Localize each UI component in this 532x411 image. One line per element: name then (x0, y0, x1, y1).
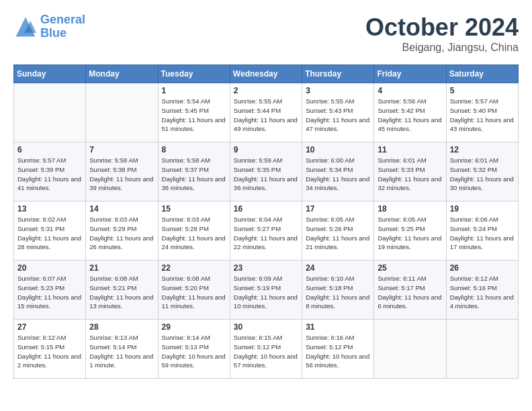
day-info: Sunrise: 6:06 AM Sunset: 5:24 PM Dayligh… (450, 215, 515, 252)
day-info: Sunrise: 6:08 AM Sunset: 5:20 PM Dayligh… (162, 274, 226, 311)
day-info: Sunrise: 5:57 AM Sunset: 5:40 PM Dayligh… (450, 97, 515, 134)
day-info: Sunrise: 6:02 AM Sunset: 5:31 PM Dayligh… (17, 215, 82, 252)
day-number: 29 (162, 322, 226, 332)
day-info: Sunrise: 6:13 AM Sunset: 5:14 PM Dayligh… (89, 333, 154, 370)
day-info: Sunrise: 5:58 AM Sunset: 5:38 PM Dayligh… (89, 156, 154, 193)
day-number: 16 (234, 204, 298, 214)
day-info: Sunrise: 6:15 AM Sunset: 5:12 PM Dayligh… (234, 333, 298, 370)
day-info: Sunrise: 5:59 AM Sunset: 5:35 PM Dayligh… (234, 156, 298, 193)
calendar-day-cell: 21Sunrise: 6:08 AM Sunset: 5:21 PM Dayli… (86, 261, 158, 320)
day-info: Sunrise: 6:00 AM Sunset: 5:34 PM Dayligh… (306, 156, 370, 193)
day-number: 30 (234, 322, 298, 332)
calendar-day-cell: 7Sunrise: 5:58 AM Sunset: 5:38 PM Daylig… (86, 142, 158, 201)
calendar-week-row: 27Sunrise: 6:12 AM Sunset: 5:15 PM Dayli… (14, 320, 519, 379)
calendar-day-cell: 22Sunrise: 6:08 AM Sunset: 5:20 PM Dayli… (158, 261, 230, 320)
title-block: October 2024 Beigang, Jiangsu, China (365, 13, 519, 54)
day-info: Sunrise: 6:12 AM Sunset: 5:15 PM Dayligh… (17, 333, 82, 370)
day-number: 6 (17, 145, 82, 154)
day-number: 14 (89, 204, 154, 214)
calendar-day-cell (374, 320, 446, 379)
calendar-day-cell (446, 320, 518, 379)
day-number: 19 (450, 204, 515, 214)
calendar-day-cell: 11Sunrise: 6:01 AM Sunset: 5:33 PM Dayli… (374, 142, 446, 201)
calendar-week-row: 6Sunrise: 5:57 AM Sunset: 5:39 PM Daylig… (14, 142, 519, 201)
day-info: Sunrise: 6:10 AM Sunset: 5:18 PM Dayligh… (306, 274, 370, 311)
day-number: 8 (162, 145, 226, 154)
calendar-week-row: 13Sunrise: 6:02 AM Sunset: 5:31 PM Dayli… (14, 201, 519, 261)
calendar-day-cell: 19Sunrise: 6:06 AM Sunset: 5:24 PM Dayli… (446, 201, 518, 261)
day-info: Sunrise: 5:56 AM Sunset: 5:42 PM Dayligh… (378, 97, 442, 134)
day-number: 10 (306, 145, 370, 154)
logo-line1: General (40, 13, 85, 26)
calendar-day-cell: 8Sunrise: 5:58 AM Sunset: 5:37 PM Daylig… (158, 142, 230, 201)
calendar-day-cell: 30Sunrise: 6:15 AM Sunset: 5:12 PM Dayli… (230, 320, 302, 379)
day-number: 7 (89, 145, 154, 154)
calendar-week-row: 20Sunrise: 6:07 AM Sunset: 5:23 PM Dayli… (14, 261, 519, 320)
logo-icon (13, 15, 38, 39)
day-info: Sunrise: 6:03 AM Sunset: 5:28 PM Dayligh… (162, 215, 226, 252)
day-info: Sunrise: 5:54 AM Sunset: 5:45 PM Dayligh… (162, 97, 226, 134)
weekday-header-row: SundayMondayTuesdayWednesdayThursdayFrid… (14, 65, 519, 83)
day-number: 4 (378, 86, 442, 95)
logo-line2: Blue (40, 26, 66, 40)
day-number: 22 (162, 263, 226, 273)
day-info: Sunrise: 6:07 AM Sunset: 5:23 PM Dayligh… (17, 274, 82, 311)
calendar-day-cell: 28Sunrise: 6:13 AM Sunset: 5:14 PM Dayli… (86, 320, 158, 379)
day-info: Sunrise: 6:05 AM Sunset: 5:25 PM Dayligh… (378, 215, 442, 252)
day-info: Sunrise: 6:08 AM Sunset: 5:21 PM Dayligh… (89, 274, 154, 311)
day-info: Sunrise: 6:14 AM Sunset: 5:13 PM Dayligh… (162, 333, 226, 370)
day-number: 23 (234, 263, 298, 273)
day-info: Sunrise: 6:09 AM Sunset: 5:19 PM Dayligh… (234, 274, 298, 311)
month-title: October 2024 (365, 13, 519, 42)
day-info: Sunrise: 6:04 AM Sunset: 5:27 PM Dayligh… (234, 215, 298, 252)
calendar-day-cell: 26Sunrise: 6:12 AM Sunset: 5:16 PM Dayli… (446, 261, 518, 320)
calendar-day-cell: 12Sunrise: 6:01 AM Sunset: 5:32 PM Dayli… (446, 142, 518, 201)
day-info: Sunrise: 5:55 AM Sunset: 5:43 PM Dayligh… (306, 97, 370, 134)
calendar-day-cell: 13Sunrise: 6:02 AM Sunset: 5:31 PM Dayli… (14, 201, 86, 261)
day-number: 24 (306, 263, 370, 273)
day-info: Sunrise: 6:16 AM Sunset: 5:12 PM Dayligh… (306, 333, 370, 370)
weekday-header-thursday: Thursday (302, 65, 374, 83)
calendar-day-cell (14, 83, 86, 142)
calendar-day-cell: 3Sunrise: 5:55 AM Sunset: 5:43 PM Daylig… (302, 83, 374, 142)
day-number: 21 (89, 263, 154, 273)
calendar-day-cell: 10Sunrise: 6:00 AM Sunset: 5:34 PM Dayli… (302, 142, 374, 201)
calendar-day-cell: 17Sunrise: 6:05 AM Sunset: 5:26 PM Dayli… (302, 201, 374, 261)
calendar-day-cell: 14Sunrise: 6:03 AM Sunset: 5:29 PM Dayli… (86, 201, 158, 261)
calendar-day-cell: 23Sunrise: 6:09 AM Sunset: 5:19 PM Dayli… (230, 261, 302, 320)
day-info: Sunrise: 5:58 AM Sunset: 5:37 PM Dayligh… (162, 156, 226, 193)
day-number: 25 (378, 263, 442, 273)
day-number: 20 (17, 263, 82, 273)
calendar-day-cell: 20Sunrise: 6:07 AM Sunset: 5:23 PM Dayli… (14, 261, 86, 320)
calendar-day-cell: 15Sunrise: 6:03 AM Sunset: 5:28 PM Dayli… (158, 201, 230, 261)
calendar-day-cell: 9Sunrise: 5:59 AM Sunset: 5:35 PM Daylig… (230, 142, 302, 201)
day-info: Sunrise: 6:11 AM Sunset: 5:17 PM Dayligh… (378, 274, 442, 311)
weekday-header-tuesday: Tuesday (158, 65, 230, 83)
logo: General Blue (13, 13, 85, 40)
day-number: 1 (162, 86, 226, 95)
day-info: Sunrise: 6:05 AM Sunset: 5:26 PM Dayligh… (306, 215, 370, 252)
calendar-day-cell: 31Sunrise: 6:16 AM Sunset: 5:12 PM Dayli… (302, 320, 374, 379)
calendar-day-cell: 29Sunrise: 6:14 AM Sunset: 5:13 PM Dayli… (158, 320, 230, 379)
day-number: 31 (306, 322, 370, 332)
day-number: 3 (306, 86, 370, 95)
day-info: Sunrise: 6:12 AM Sunset: 5:16 PM Dayligh… (450, 274, 515, 311)
calendar-day-cell: 5Sunrise: 5:57 AM Sunset: 5:40 PM Daylig… (446, 83, 518, 142)
day-info: Sunrise: 5:57 AM Sunset: 5:39 PM Dayligh… (17, 156, 82, 193)
day-number: 28 (89, 322, 154, 332)
calendar-day-cell: 6Sunrise: 5:57 AM Sunset: 5:39 PM Daylig… (14, 142, 86, 201)
day-number: 9 (234, 145, 298, 154)
location-title: Beigang, Jiangsu, China (365, 42, 519, 54)
calendar-week-row: 1Sunrise: 5:54 AM Sunset: 5:45 PM Daylig… (14, 83, 519, 142)
day-info: Sunrise: 6:01 AM Sunset: 5:33 PM Dayligh… (378, 156, 442, 193)
day-number: 18 (378, 204, 442, 214)
calendar-day-cell: 16Sunrise: 6:04 AM Sunset: 5:27 PM Dayli… (230, 201, 302, 261)
calendar-day-cell: 1Sunrise: 5:54 AM Sunset: 5:45 PM Daylig… (158, 83, 230, 142)
calendar-day-cell: 4Sunrise: 5:56 AM Sunset: 5:42 PM Daylig… (374, 83, 446, 142)
weekday-header-sunday: Sunday (14, 65, 86, 83)
day-number: 11 (378, 145, 442, 154)
day-number: 12 (450, 145, 515, 154)
day-number: 2 (234, 86, 298, 95)
calendar-table: SundayMondayTuesdayWednesdayThursdayFrid… (13, 64, 519, 379)
calendar-day-cell: 27Sunrise: 6:12 AM Sunset: 5:15 PM Dayli… (14, 320, 86, 379)
